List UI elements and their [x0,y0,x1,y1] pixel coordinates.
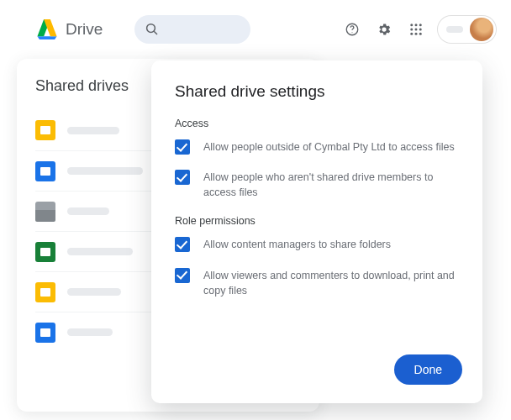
account-chip[interactable] [438,16,496,43]
search-input[interactable] [134,15,250,44]
option-managers-share[interactable]: Allow content managers to share folders [175,237,459,252]
checkbox-checked-icon[interactable] [175,139,190,155]
svg-line-1 [155,31,158,34]
svg-point-9 [419,29,422,31]
list-item-label [67,207,109,215]
svg-point-7 [410,29,413,31]
search-icon [145,22,160,37]
svg-point-3 [351,32,352,33]
drive-icon [35,19,59,39]
drive-logo[interactable]: Drive [35,19,103,39]
option-label: Allow people outside of Cymbal Pty Ltd t… [203,139,455,155]
product-name: Drive [66,20,103,39]
option-external-access[interactable]: Allow people outside of Cymbal Pty Ltd t… [175,139,459,155]
svg-point-11 [415,33,418,35]
option-nonmember-access[interactable]: Allow people who aren't shared drive mem… [175,170,459,200]
svg-point-12 [419,33,422,35]
checkbox-checked-icon[interactable] [175,237,190,252]
option-label: Allow content managers to share folders [203,237,391,252]
docs-icon [35,161,55,181]
svg-point-10 [410,33,413,35]
sheets-icon [35,242,55,262]
option-label: Allow people who aren't shared drive mem… [203,170,459,200]
option-label: Allow viewers and commenters to download… [203,268,459,298]
svg-point-8 [415,29,418,31]
checkbox-checked-icon[interactable] [175,170,190,185]
avatar [470,18,493,41]
list-item-label [67,328,113,336]
done-button[interactable]: Done [394,354,462,385]
help-icon[interactable] [342,19,362,39]
svg-point-6 [419,24,422,26]
option-viewers-download[interactable]: Allow viewers and commenters to download… [175,268,459,298]
list-item-label [67,127,119,134]
dialog-title: Shared drive settings [175,82,459,101]
checkbox-checked-icon[interactable] [175,268,190,283]
gear-icon[interactable] [374,19,394,39]
section-label-access: Access [175,118,459,129]
list-item-label [67,288,121,296]
section-label-roles: Role permissions [175,215,459,227]
list-item-label [67,248,133,255]
folder-icon [35,282,55,302]
folder-icon [35,120,55,140]
docs-icon [35,323,55,343]
apps-icon[interactable] [406,19,426,39]
account-label-placeholder [446,26,463,33]
shared-drive-settings-dialog: Shared drive settings Access Allow peopl… [151,60,482,403]
svg-point-5 [415,24,418,26]
list-item-label [67,167,143,175]
svg-point-0 [147,24,155,33]
folder-icon [35,202,55,222]
svg-point-4 [410,24,413,26]
app-header: Drive [0,0,511,54]
